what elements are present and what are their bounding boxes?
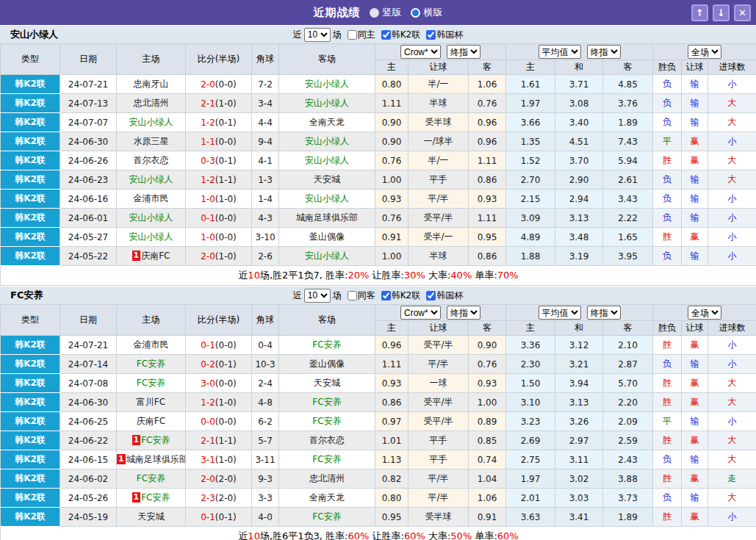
radio-vertical-label: 竖版 (383, 6, 402, 19)
corner-score-cell: 10-3 (252, 355, 279, 374)
page-title: 近期战绩 (314, 6, 361, 20)
corner-score-cell: 2-6 (252, 247, 279, 266)
league-label: 韩K2联 (392, 29, 421, 41)
team-label: 安山小绿人 (305, 251, 349, 261)
average-odds-select[interactable]: 平均值 (539, 306, 581, 320)
close-button[interactable]: ✕ (734, 4, 751, 21)
same-venue-checkbox[interactable] (348, 30, 357, 40)
match-row: 韩K2联24-07-14FC安养0-2(0-1)10-3釜山偶像1.11平/半0… (1, 355, 756, 374)
cup-checkbox[interactable] (426, 291, 436, 300)
crown-home-odds-cell: 1.13 (375, 450, 408, 469)
match-result-cell: 胜 (653, 374, 682, 393)
move-down-button[interactable]: ↓ (713, 4, 730, 21)
home-team-cell: 忠北清州 (117, 94, 186, 113)
col-header-score: 比分(半场) (186, 44, 252, 75)
avg-home-odds-cell: 3.36 (506, 336, 555, 355)
crown-home-odds-cell: 1.11 (375, 94, 408, 113)
layout-radio-vertical[interactable]: 竖版 (370, 6, 402, 19)
match-result-cell: 平 (653, 412, 682, 431)
radio-selected-icon[interactable] (411, 8, 420, 18)
summary-text: 单率: (472, 530, 497, 540)
avg-away-odds-cell: 2.22 (603, 209, 653, 228)
cup-checkbox[interactable] (426, 30, 436, 40)
match-row: 韩K2联24-06-30富川FC1-2(1-0)4-8FC安养0.86受平/半1… (1, 393, 756, 412)
titlebar-buttons: ↑ ↓ ✕ (691, 4, 756, 21)
score-cell: 0-1(0-1) (186, 508, 252, 527)
match-row: 韩K2联24-07-21忠南牙山2-0(0-0)7-2安山小绿人0.80半/一1… (1, 75, 756, 94)
final-odds-select[interactable]: 终指 (447, 45, 480, 59)
fulltime-select[interactable]: 全场 (688, 306, 721, 320)
radio-horizontal-label: 横版 (424, 6, 443, 19)
league-label: 韩K2联 (392, 289, 421, 302)
away-team-cell: FC安养 (279, 393, 375, 412)
crown-away-odds-cell: 0.93 (469, 190, 506, 209)
col-header-date: 日期 (60, 305, 117, 336)
handicap-result-cell: 赢 (682, 132, 708, 151)
average-odds-select[interactable]: 平均值 (539, 45, 581, 59)
move-up-button[interactable]: ↑ (691, 4, 708, 21)
col-header-home: 主场 (117, 44, 186, 75)
avg-home-odds-cell: 3.23 (506, 412, 555, 431)
team-label: 首尔衣恋 (309, 435, 345, 445)
handicap-result-cell: 赢 (682, 151, 708, 170)
fulltime-score: 1-1 (201, 137, 215, 147)
team-label: FC安养 (137, 378, 165, 388)
match-result-cell: 胜 (653, 336, 682, 355)
col-header-home: 主场 (117, 305, 186, 336)
final-odds-select[interactable]: 终指 (587, 45, 621, 59)
avg-home-odds-cell: 3.63 (506, 508, 555, 527)
stats-summary-row: 近10场,胜6平1负3, 胜率:60% 让胜率:60% 大率:50% 单率:60… (1, 527, 756, 540)
average-group-header: 平均值终指 (506, 44, 653, 60)
col-header-handicap-result: 让球 (682, 60, 708, 75)
recent-count-select[interactable]: 10 (304, 289, 331, 303)
home-team-cell: 安山小绿人 (117, 209, 186, 228)
layout-radio-horizontal[interactable]: 横版 (411, 6, 443, 19)
final-odds-select[interactable]: 终指 (587, 306, 621, 320)
fulltime-score: 0-1 (201, 213, 215, 223)
fulltime-select[interactable]: 全场 (688, 45, 721, 59)
handicap-result-cell: 赢 (682, 393, 708, 412)
corner-score-cell: 1-4 (252, 190, 279, 209)
league-checkbox[interactable] (381, 30, 391, 40)
col-header-date: 日期 (60, 44, 117, 75)
final-odds-select[interactable]: 终指 (447, 306, 480, 320)
avg-away-odds-cell: 4.85 (603, 75, 653, 94)
crown-bookmaker-select[interactable]: Crow* (400, 306, 441, 320)
crown-home-odds-cell: 1.11 (375, 355, 408, 374)
fulltime-score: 2-0 (201, 251, 215, 262)
match-date-cell: 24-06-25 (60, 412, 117, 431)
team-label: 天安城 (138, 511, 165, 522)
col-header-goals: 进球数 (708, 60, 756, 75)
match-date-cell: 24-06-02 (60, 469, 117, 489)
recent-count-select[interactable]: 10 (304, 28, 331, 42)
crown-bookmaker-select[interactable]: Crow* (400, 45, 441, 59)
crown-home-odds-cell: 0.93 (375, 374, 408, 393)
score-cell: 1-2(1-0) (186, 393, 252, 412)
same-venue-label: 同主 (358, 29, 375, 41)
team-label: FC安养 (312, 454, 341, 464)
avg-home-odds-cell: 2.15 (506, 190, 555, 209)
crown-away-odds-cell: 1.11 (469, 151, 506, 170)
handicap-line-cell: 平/半 (408, 190, 469, 209)
league-checkbox[interactable] (381, 291, 391, 300)
score-cell: 1-2(1-1) (186, 170, 252, 190)
handicap-result-cell: 输 (682, 355, 708, 374)
fulltime-score: 0-1 (201, 512, 215, 522)
stats-summary: 近10场,胜2平1负7, 胜率:20% 让胜率:30% 大率:40% 单率:70… (1, 269, 756, 282)
team-label: 忠北清州 (309, 473, 345, 483)
match-date-cell: 24-06-16 (60, 190, 117, 209)
avg-home-odds-cell: 3.10 (506, 393, 555, 412)
same-venue-checkbox[interactable] (348, 291, 357, 300)
sub-header-avg-home: 主 (506, 60, 555, 75)
handicap-result-cell: 输 (682, 190, 708, 209)
halftime-score: (2-0) (215, 474, 237, 484)
radio-unselected-icon[interactable] (370, 8, 379, 18)
goals-result-cell: 小 (708, 508, 756, 527)
match-row: 韩K2联24-07-21金浦市民0-1(0-0)0-4FC安养0.96受平/半0… (1, 336, 756, 355)
away-team-cell: 釜山偶像 (279, 228, 375, 247)
corner-score-cell: 4-3 (252, 209, 279, 228)
corner-score-cell: 9-3 (252, 469, 279, 489)
col-header-corner: 角球 (252, 305, 279, 336)
avg-home-odds-cell: 1.52 (506, 151, 555, 170)
handicap-result-cell: 输 (682, 247, 708, 266)
